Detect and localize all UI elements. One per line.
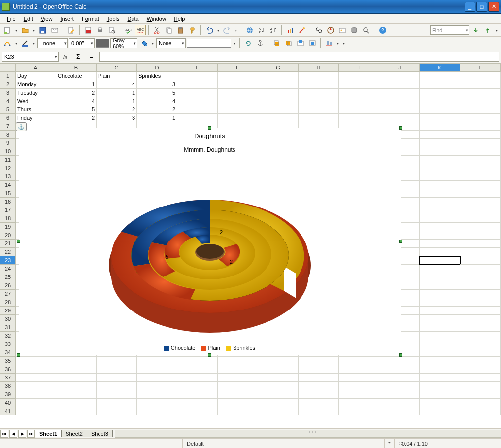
tab-last-button[interactable]: ⏭ bbox=[27, 430, 35, 438]
cell[interactable] bbox=[379, 72, 420, 80]
cell[interactable] bbox=[420, 265, 460, 273]
cell[interactable] bbox=[420, 147, 460, 156]
col-header-L[interactable]: L bbox=[460, 63, 501, 72]
datasources-icon[interactable] bbox=[349, 25, 360, 35]
cell[interactable] bbox=[460, 80, 501, 89]
alignment-icon[interactable] bbox=[324, 38, 334, 49]
anchor-icon[interactable] bbox=[255, 38, 266, 49]
cell[interactable]: Chocolate bbox=[56, 72, 97, 80]
cell[interactable] bbox=[16, 399, 56, 407]
cell[interactable] bbox=[379, 114, 420, 122]
cell[interactable] bbox=[460, 265, 501, 273]
cell[interactable] bbox=[460, 164, 501, 172]
cell[interactable] bbox=[420, 390, 460, 399]
cell[interactable] bbox=[56, 390, 97, 399]
cell[interactable] bbox=[420, 298, 460, 307]
cell[interactable] bbox=[97, 407, 137, 415]
cell[interactable]: 3 bbox=[137, 80, 177, 89]
cell[interactable] bbox=[420, 340, 460, 348]
cell[interactable] bbox=[420, 97, 460, 105]
cell[interactable] bbox=[177, 399, 218, 407]
cell[interactable] bbox=[339, 72, 379, 80]
cell[interactable] bbox=[379, 407, 420, 415]
cell[interactable]: 2 bbox=[56, 89, 97, 97]
cell[interactable] bbox=[177, 407, 218, 415]
cell[interactable] bbox=[420, 114, 460, 122]
col-header-F[interactable]: F bbox=[218, 63, 258, 72]
menu-format[interactable]: Format bbox=[78, 15, 103, 23]
cell[interactable]: 2 bbox=[97, 105, 137, 114]
cell[interactable] bbox=[16, 390, 56, 399]
hyperlink-icon[interactable] bbox=[244, 25, 255, 35]
tab-sheet1[interactable]: Sheet1 bbox=[35, 430, 62, 437]
cell[interactable] bbox=[460, 273, 501, 281]
cell[interactable] bbox=[299, 72, 339, 80]
menu-data[interactable]: Data bbox=[123, 15, 142, 23]
row-header[interactable]: 37 bbox=[0, 374, 16, 382]
fill-icon[interactable] bbox=[138, 38, 149, 49]
cell[interactable] bbox=[97, 390, 137, 399]
row-header[interactable]: 16 bbox=[0, 198, 16, 206]
cell[interactable] bbox=[339, 390, 379, 399]
cell[interactable] bbox=[460, 390, 501, 399]
cell[interactable] bbox=[299, 399, 339, 407]
cell[interactable] bbox=[339, 365, 379, 374]
tab-sheet3[interactable]: Sheet3 bbox=[87, 430, 113, 437]
cell[interactable] bbox=[460, 256, 501, 265]
copy-icon[interactable] bbox=[164, 25, 174, 35]
cell[interactable] bbox=[460, 114, 501, 122]
cell[interactable] bbox=[460, 105, 501, 114]
cell[interactable] bbox=[460, 89, 501, 97]
cell[interactable] bbox=[97, 382, 137, 390]
cell[interactable] bbox=[299, 89, 339, 97]
cell[interactable] bbox=[420, 407, 460, 415]
cell[interactable] bbox=[420, 357, 460, 365]
cell[interactable] bbox=[420, 332, 460, 340]
cell[interactable] bbox=[420, 139, 460, 147]
resize-handle-sw[interactable] bbox=[17, 353, 20, 357]
email-icon[interactable] bbox=[49, 25, 60, 35]
cell[interactable] bbox=[339, 80, 379, 89]
cell[interactable] bbox=[258, 382, 299, 390]
cell[interactable] bbox=[460, 348, 501, 357]
cell[interactable] bbox=[420, 281, 460, 290]
edit-points-icon[interactable] bbox=[2, 38, 13, 49]
row-header[interactable]: 28 bbox=[0, 298, 16, 307]
cell[interactable] bbox=[177, 357, 218, 365]
cell[interactable] bbox=[137, 374, 177, 382]
cell[interactable] bbox=[177, 374, 218, 382]
name-box[interactable]: K23 bbox=[2, 52, 59, 62]
row-header[interactable]: 8 bbox=[0, 131, 16, 139]
tab-sheet2[interactable]: Sheet2 bbox=[61, 430, 87, 437]
cell[interactable] bbox=[420, 72, 460, 80]
cell[interactable] bbox=[258, 105, 299, 114]
color-name-select[interactable]: Gray 60% bbox=[110, 38, 137, 48]
row-header[interactable]: 15 bbox=[0, 189, 16, 198]
col-header-G[interactable]: G bbox=[258, 63, 299, 72]
cell[interactable] bbox=[379, 80, 420, 89]
new-icon[interactable] bbox=[2, 25, 13, 35]
cell[interactable] bbox=[56, 374, 97, 382]
cell[interactable] bbox=[460, 131, 501, 139]
row-header[interactable]: 2 bbox=[0, 80, 16, 89]
row-header[interactable]: 22 bbox=[0, 248, 16, 256]
cell[interactable] bbox=[460, 214, 501, 223]
col-header-C[interactable]: C bbox=[97, 63, 137, 72]
cell[interactable] bbox=[460, 97, 501, 105]
cell[interactable] bbox=[177, 72, 218, 80]
arrow-style-select[interactable]: None bbox=[156, 38, 186, 48]
foreground-icon[interactable] bbox=[295, 38, 306, 49]
cell[interactable] bbox=[218, 382, 258, 390]
cell[interactable] bbox=[420, 248, 460, 256]
cell[interactable] bbox=[420, 131, 460, 139]
edit-file-icon[interactable] bbox=[66, 25, 77, 35]
cell[interactable] bbox=[177, 382, 218, 390]
cell[interactable] bbox=[258, 374, 299, 382]
format-paint-icon[interactable] bbox=[187, 25, 198, 35]
cell[interactable] bbox=[56, 382, 97, 390]
cell[interactable] bbox=[137, 407, 177, 415]
cell[interactable] bbox=[420, 122, 460, 131]
cell[interactable] bbox=[460, 223, 501, 231]
tab-first-button[interactable]: ⏮ bbox=[0, 430, 8, 438]
bring-front-icon[interactable] bbox=[271, 38, 282, 49]
